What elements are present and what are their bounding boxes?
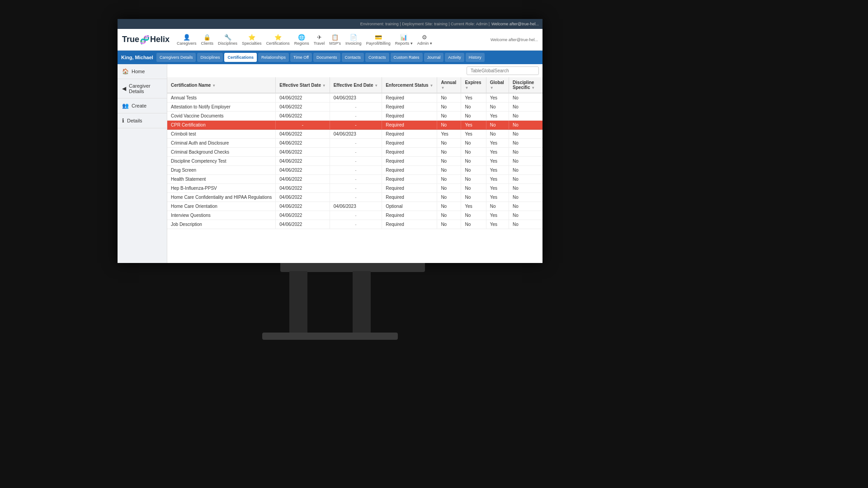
table-row[interactable]: Annual Tests04/06/202204/06/2023Required… [167, 93, 542, 103]
table-row[interactable]: Discipline Competency Test04/06/2022-Req… [167, 157, 542, 166]
tab-journal[interactable]: Journal [424, 53, 444, 62]
table-cell: Required [382, 103, 437, 112]
table-cell: 04/06/2022 [276, 148, 330, 157]
table-cell: - [330, 175, 382, 184]
nav-item-invoicing[interactable]: 📄Invoicing [345, 34, 362, 46]
col-global[interactable]: Global ▼ [486, 77, 509, 93]
nav-item-msp[interactable]: 📋MSP's [329, 34, 341, 46]
col-start-date[interactable]: Effective Start Date ▼ [276, 77, 330, 93]
table-cell: No [437, 93, 461, 103]
table-row[interactable]: Criminal Auth and Disclosure04/06/2022-R… [167, 139, 542, 148]
back-icon: ◀ [122, 85, 126, 92]
table-cell: Criminal Background Checks [167, 148, 276, 157]
sidebar-item-home[interactable]: 🏠 Home [118, 64, 167, 79]
nav-item-travel[interactable]: ✈Travel [314, 34, 325, 46]
tab-relationships[interactable]: Relationships [258, 53, 289, 62]
nav-item-specialties[interactable]: ⭐Specialties [242, 34, 262, 46]
table-cell: No [437, 103, 461, 112]
table-row[interactable]: Interview Questions04/06/2022-RequiredNo… [167, 211, 542, 220]
tab-time-off[interactable]: Time Off [290, 53, 312, 62]
nav-item-caregivers[interactable]: 👤Caregivers [177, 34, 197, 46]
table-cell: No [509, 220, 542, 229]
logo-dna-icon: 🧬 [140, 35, 150, 45]
table-row[interactable]: Crimboli test04/06/202204/06/2023Require… [167, 130, 542, 139]
table-cell: No [437, 112, 461, 121]
tab-custom-rates[interactable]: Custom Rates [391, 53, 423, 62]
col-expires[interactable]: Expires ▼ [461, 77, 486, 93]
col-end-date[interactable]: Effective End Date ▼ [330, 77, 382, 93]
table-cell: Required [382, 139, 437, 148]
table-cell: - [330, 148, 382, 157]
table-row[interactable]: Job Description04/06/2022-RequiredNoNoYe… [167, 220, 542, 229]
table-row[interactable]: Home Care Confidentiality and HIPAA Regu… [167, 193, 542, 202]
table-cell: No [437, 220, 461, 229]
tab-disciplines[interactable]: Disciplines [197, 53, 223, 62]
table-cell: Yes [486, 220, 509, 229]
table-cell: Required [382, 211, 437, 220]
table-cell: No [509, 193, 542, 202]
table-cell: Required [382, 184, 437, 193]
nav-item-clients[interactable]: 🔒Clients [201, 34, 214, 46]
sidebar: 🏠 Home ◀ Caregiver Details 👥 Create ℹ De… [118, 64, 167, 263]
sidebar-item-create[interactable]: 👥 Create [118, 99, 167, 113]
col-annual[interactable]: Annual ▼ [437, 77, 461, 93]
table-cell: - [330, 166, 382, 175]
table-cell: 04/06/2022 [276, 211, 330, 220]
nav-item-payroll[interactable]: 💳Payroll/Billing [366, 34, 391, 46]
table-cell: No [486, 202, 509, 211]
tab-history[interactable]: History [466, 53, 485, 62]
table-row[interactable]: Hep B-Influenza-PPSV04/06/2022-RequiredN… [167, 184, 542, 193]
welcome-text: Welcome after@true-hel... [491, 22, 539, 26]
tab-certifications[interactable]: Certifications [224, 53, 257, 62]
table-cell: 04/06/2022 [276, 93, 330, 103]
patient-name: King, Michael [121, 55, 153, 60]
tab-documents[interactable]: Documents [313, 53, 340, 62]
table-row[interactable]: Attestation to Notify Employer04/06/2022… [167, 103, 542, 112]
sidebar-item-details[interactable]: ℹ Details [118, 113, 167, 128]
table-row[interactable]: Health Statement04/06/2022-RequiredNoNoY… [167, 175, 542, 184]
col-enforcement[interactable]: Enforcement Status ▼ [382, 77, 437, 93]
table-cell: Discipline Competency Test [167, 157, 276, 166]
col-cert-name[interactable]: Certification Name ▼ [167, 77, 276, 93]
table-cell: No [461, 220, 486, 229]
table-cell: Yes [461, 202, 486, 211]
table-cell: Yes [486, 112, 509, 121]
search-input[interactable] [467, 66, 539, 75]
table-cell: Required [382, 112, 437, 121]
table-cell: Yes [461, 121, 486, 130]
table-cell: Interview Questions [167, 211, 276, 220]
table-cell: 04/06/2022 [276, 112, 330, 121]
table-cell: Yes [486, 211, 509, 220]
nav-item-reports[interactable]: 📊Reports ▾ [395, 34, 413, 46]
nav-icons: 👤Caregivers 🔒Clients 🔧Disciplines ⭐Speci… [177, 34, 491, 46]
nav-item-certifications[interactable]: ⭐Certifications [266, 34, 290, 46]
table-cell: Yes [486, 139, 509, 148]
table-cell: Yes [461, 93, 486, 103]
nav-item-disciplines[interactable]: 🔧Disciplines [218, 34, 237, 46]
table-cell: - [330, 184, 382, 193]
table-cell: Yes [486, 93, 509, 103]
table-row[interactable]: CPR Certification--RequiredNoYesNoNo [167, 121, 542, 130]
sidebar-item-caregiver-details[interactable]: ◀ Caregiver Details [118, 79, 167, 99]
nav-item-admin[interactable]: ⚙Admin ▾ [417, 34, 432, 46]
tab-contracts[interactable]: Contracts [365, 53, 389, 62]
table-cell: No [509, 202, 542, 211]
nav-item-regions[interactable]: 🌐Regions [294, 34, 309, 46]
table-cell: CPR Certification [167, 121, 276, 130]
table-cell: - [330, 103, 382, 112]
tab-contacts[interactable]: Contacts [342, 53, 364, 62]
col-discipline[interactable]: Discipline Specific ▼ [509, 77, 542, 93]
table-row[interactable]: Home Care Orientation04/06/202204/06/202… [167, 202, 542, 211]
table-cell: No [437, 184, 461, 193]
table-cell: Yes [461, 130, 486, 139]
table-cell: Required [382, 130, 437, 139]
table-cell: No [509, 175, 542, 184]
tab-caregiver-details[interactable]: Caregivers Details [156, 53, 196, 62]
table-row[interactable]: Covid Vaccine Documents04/06/2022-Requir… [167, 112, 542, 121]
table-cell: No [509, 166, 542, 175]
table-cell: No [437, 139, 461, 148]
table-row[interactable]: Criminal Background Checks04/06/2022-Req… [167, 148, 542, 157]
tab-activity[interactable]: Activity [445, 53, 464, 62]
home-icon: 🏠 [122, 68, 129, 75]
table-row[interactable]: Drug Screen04/06/2022-RequiredNoNoYesNo [167, 166, 542, 175]
